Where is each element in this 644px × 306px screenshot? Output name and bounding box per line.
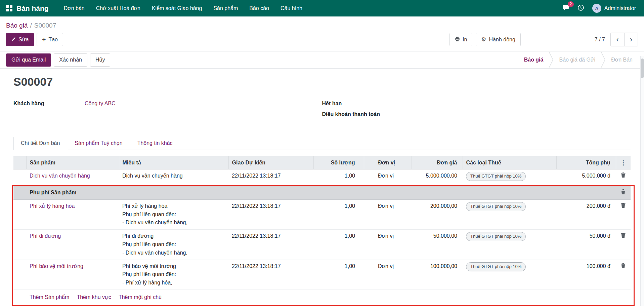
action-button[interactable]: ⚙ Hành động (476, 33, 521, 46)
uom-value: Đơn vị (364, 230, 412, 260)
top-navbar: Bán hàng Đơn bán Chờ xuất Hoá đơn Kiểm s… (0, 0, 644, 16)
column-header-delivery-date[interactable]: Giao Dự kiến (228, 156, 313, 169)
quantity-value: 1,00 (313, 230, 364, 260)
pager-next-button[interactable]: › (624, 33, 638, 46)
uom-value: Đơn vị (364, 260, 412, 290)
table-row[interactable]: Phí bảo vệ môi trường Phí bảo vệ môi trư… (13, 260, 631, 290)
record-title: S00007 (13, 75, 631, 88)
delete-row-icon[interactable] (621, 189, 626, 194)
chevron-left-icon: ‹ (616, 35, 618, 44)
chevron-right-icon: › (630, 35, 632, 44)
nav-item-cau-hinh[interactable]: Cấu hình (275, 0, 308, 16)
send-email-button[interactable]: Gửi qua Email (6, 53, 51, 67)
tab-chi-tiet-don-ban[interactable]: Chi tiết Đơn bán (13, 137, 67, 150)
breadcrumb-parent-link[interactable]: Báo giá (6, 22, 28, 29)
column-header-taxes[interactable]: Các loại Thuế (463, 156, 556, 169)
customer-value-link[interactable]: Công ty ABC (85, 101, 116, 106)
step-separator-icon (549, 51, 554, 68)
nav-item-don-ban[interactable]: Đơn bán (58, 0, 90, 16)
edit-button[interactable]: Sửa (6, 33, 34, 46)
section-label: Phụ phí Sản phẩm (13, 186, 616, 199)
activities-button[interactable] (577, 4, 584, 12)
nav-item-san-pham[interactable]: Sản phẩm (208, 0, 244, 16)
add-section-link[interactable]: Thêm khu vực (77, 294, 111, 300)
product-link[interactable]: Phí xử lý hàng hóa (30, 203, 75, 209)
field-group-right: Hết hạn Điều khoản thanh toán (322, 101, 631, 125)
user-name: Administrator (604, 5, 636, 11)
messages-count-badge: 2 (568, 1, 574, 7)
table-row[interactable]: Dịch vụ vận chuyển hàng Dịch vụ vận chuy… (13, 169, 631, 186)
print-button-label: In (463, 37, 467, 43)
print-button[interactable]: In (449, 33, 472, 46)
customer-label: Khách hàng (13, 101, 85, 107)
column-header-product[interactable]: Sản phẩm (26, 156, 119, 169)
optional-columns-toggle-icon[interactable]: ⋮ (617, 159, 630, 166)
row-drag-handle[interactable] (13, 199, 26, 229)
delete-row-icon[interactable] (621, 203, 626, 208)
section-row[interactable]: Phụ phí Sản phẩm (13, 186, 631, 199)
add-product-link[interactable]: Thêm Sản phẩm (30, 294, 69, 300)
step-separator-icon (601, 51, 606, 68)
column-header-description[interactable]: Miêu tả (119, 156, 228, 169)
unit-price-value: 50.000,00 (412, 230, 463, 260)
tax-tag: Thuế GTGT phải nộp 10% (466, 262, 526, 271)
user-menu[interactable]: A Administrator (592, 4, 636, 13)
messages-button[interactable]: 2 (562, 4, 569, 12)
status-step-bao-gia[interactable]: Báo giá (519, 57, 549, 63)
product-link[interactable]: Phí bảo vệ môi trường (30, 263, 83, 269)
order-lines-table: Sản phẩm Miêu tả Giao Dự kiến Số lượng Đ… (13, 156, 631, 306)
unit-price-value: 100.000,00 (412, 260, 463, 290)
scrollbar-thumb[interactable] (641, 59, 644, 78)
statusbar: Gửi qua Email Xác nhận Hủy Báo giá Báo g… (0, 51, 644, 69)
nav-item-bao-cao[interactable]: Báo cáo (244, 0, 275, 16)
unit-price-value: 5.000.000,00 (412, 169, 463, 186)
row-drag-handle[interactable] (13, 169, 26, 186)
clock-icon (577, 4, 584, 12)
create-button[interactable]: + Tạo (37, 33, 63, 46)
right-labels-block: Hết hạn Điều khoản thanh toán (322, 101, 388, 125)
confirm-button[interactable]: Xác nhận (54, 53, 87, 67)
pager-previous-button[interactable]: ‹ (611, 33, 624, 46)
nav-item-cho-xuat-hoa-don[interactable]: Chờ xuất Hoá đơn (90, 0, 146, 16)
nav-item-kiem-soat-giao-hang[interactable]: Kiểm soát Giao hàng (146, 0, 208, 16)
quantity-value: 1,00 (313, 169, 364, 186)
status-step-bao-gia-da-gui[interactable]: Báo giá đã Gửi (554, 57, 601, 63)
apps-menu-icon[interactable] (6, 5, 12, 11)
column-header-unit-price[interactable]: Đơn giá (412, 156, 463, 169)
product-link[interactable]: Phí đi đường (30, 233, 61, 239)
tab-thong-tin-khac[interactable]: Thông tin khác (130, 137, 180, 150)
column-header-uom[interactable]: Đơn vị (364, 156, 412, 169)
subtotal-value: 200.000 đ (556, 199, 616, 229)
add-note-link[interactable]: Thêm một ghi chú (119, 294, 162, 300)
tax-tag: Thuế GTGT phải nộp 10% (466, 202, 526, 211)
cancel-button[interactable]: Hủy (90, 53, 110, 67)
status-step-don-ban[interactable]: Đơn Bán (606, 57, 638, 63)
tab-san-pham-tuy-chon[interactable]: Sản phẩm Tuỳ chọn (67, 137, 130, 150)
row-drag-handle[interactable] (13, 260, 26, 290)
pencil-icon (11, 37, 16, 43)
action-button-label: Hành động (489, 37, 515, 43)
delete-row-icon[interactable] (621, 263, 626, 268)
column-header-subtotal[interactable]: Tổng phụ (556, 156, 616, 169)
plus-icon: + (42, 36, 46, 43)
table-row[interactable]: Phí đi đường Phí đi đường Phụ phí liên q… (13, 230, 631, 260)
gear-icon: ⚙ (481, 37, 486, 42)
subtotal-value: 100.000 đ (556, 260, 616, 290)
row-drag-handle[interactable] (13, 230, 26, 260)
column-header-quantity[interactable]: Số lượng (313, 156, 364, 169)
tax-tag: Thuế GTGT phải nộp 10% (466, 232, 526, 241)
product-link[interactable]: Dịch vụ vận chuyển hàng (30, 173, 90, 179)
table-row[interactable]: Phí xử lý hàng hóa Phí xử lý hàng hóa Ph… (13, 199, 631, 229)
pager-count: 7 / 7 (595, 37, 605, 43)
app-brand[interactable]: Bán hàng (16, 4, 49, 12)
uom-value: Đơn vị (364, 169, 412, 186)
status-steps: Báo giá Báo giá đã Gửi Đơn Bán (519, 51, 638, 68)
printer-icon (455, 37, 460, 43)
window-scrollbar[interactable] (640, 56, 644, 306)
delete-row-icon[interactable] (621, 233, 626, 238)
line-description: Phí xử lý hàng hóa Phụ phí liên quan đến… (119, 199, 228, 229)
delete-row-icon[interactable] (621, 173, 626, 178)
table-header-row: Sản phẩm Miêu tả Giao Dự kiến Số lượng Đ… (13, 156, 631, 169)
uom-value: Đơn vị (364, 199, 412, 229)
line-description: Phí đi đường Phụ phí liên quan đến: - Dị… (119, 230, 228, 260)
